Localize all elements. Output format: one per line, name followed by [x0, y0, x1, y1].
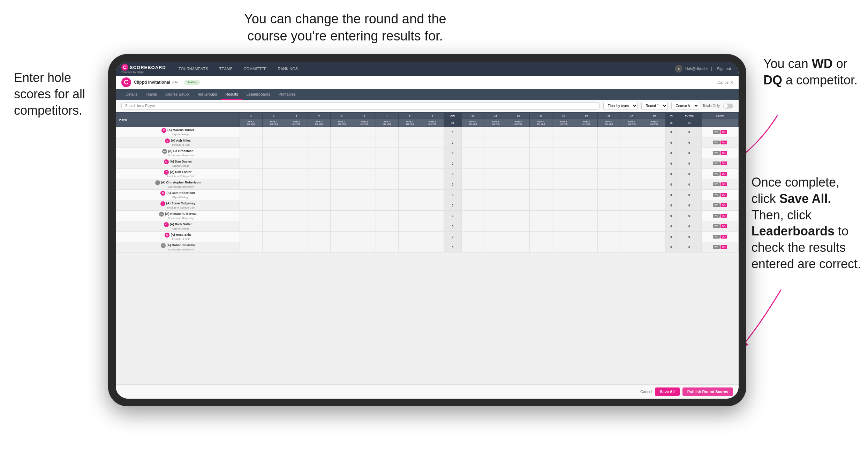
- score-cell-4[interactable]: [308, 158, 330, 169]
- score-cell-7[interactable]: [376, 169, 398, 179]
- score-cell-17[interactable]: [620, 200, 643, 211]
- wd-button[interactable]: WD: [713, 235, 720, 239]
- score-cell-3[interactable]: [285, 169, 308, 179]
- score-cell-12[interactable]: [507, 137, 530, 148]
- score-cell-4[interactable]: [308, 148, 330, 158]
- score-cell-2[interactable]: [262, 137, 285, 148]
- score-cell-1[interactable]: [240, 179, 262, 190]
- score-cell-12[interactable]: [507, 242, 530, 253]
- score-cell-14[interactable]: [552, 221, 575, 232]
- score-cell-4[interactable]: [308, 200, 330, 211]
- score-cell-11[interactable]: [484, 158, 507, 169]
- score-cell-16[interactable]: [598, 242, 620, 253]
- score-cell-3[interactable]: [285, 211, 308, 221]
- wd-button[interactable]: WD: [713, 224, 720, 228]
- score-cell-2[interactable]: [262, 190, 285, 200]
- score-cell-5[interactable]: [330, 148, 353, 158]
- score-cell-15[interactable]: [575, 127, 598, 137]
- score-cell-15[interactable]: [575, 169, 598, 179]
- score-cell-8[interactable]: [398, 148, 421, 158]
- score-cell-16[interactable]: [598, 137, 620, 148]
- score-cell-8[interactable]: [398, 232, 421, 242]
- score-cell-5[interactable]: [330, 232, 353, 242]
- tab-course-setup[interactable]: Course Setup: [161, 89, 193, 100]
- score-cell-16[interactable]: [598, 211, 620, 221]
- save-all-button[interactable]: Save All: [655, 387, 679, 396]
- score-cell-11[interactable]: [484, 179, 507, 190]
- score-cell-4[interactable]: [308, 127, 330, 137]
- score-cell-16[interactable]: [598, 221, 620, 232]
- score-cell-10[interactable]: [462, 232, 484, 242]
- score-cell-18[interactable]: [643, 242, 666, 253]
- score-cell-3[interactable]: [285, 242, 308, 253]
- score-cell-16[interactable]: [598, 158, 620, 169]
- score-cell-13[interactable]: [530, 190, 552, 200]
- dq-button[interactable]: DQ: [720, 182, 727, 186]
- dq-button[interactable]: DQ: [720, 245, 727, 249]
- cancel-scores-button[interactable]: Cancel: [640, 390, 652, 394]
- score-cell-4[interactable]: [308, 211, 330, 221]
- sign-out-link[interactable]: Sign out: [715, 65, 733, 72]
- score-cell-18[interactable]: [643, 211, 666, 221]
- score-cell-5[interactable]: [330, 127, 353, 137]
- score-cell-15[interactable]: [575, 211, 598, 221]
- dq-button[interactable]: DQ: [720, 151, 727, 155]
- score-cell-5[interactable]: [330, 200, 353, 211]
- score-cell-4[interactable]: [308, 169, 330, 179]
- score-cell-5[interactable]: [330, 242, 353, 253]
- score-cell-10[interactable]: [462, 242, 484, 253]
- wd-button[interactable]: WD: [713, 182, 720, 186]
- score-cell-4[interactable]: [308, 232, 330, 242]
- dq-button[interactable]: DQ: [720, 172, 727, 176]
- score-cell-9[interactable]: [421, 127, 444, 137]
- score-cell-13[interactable]: [530, 148, 552, 158]
- score-cell-8[interactable]: [398, 137, 421, 148]
- dq-button[interactable]: DQ: [720, 130, 727, 134]
- score-cell-17[interactable]: [620, 137, 643, 148]
- score-cell-12[interactable]: [507, 179, 530, 190]
- score-cell-6[interactable]: [353, 232, 376, 242]
- score-cell-2[interactable]: [262, 179, 285, 190]
- score-cell-12[interactable]: [507, 221, 530, 232]
- score-cell-1[interactable]: [240, 148, 262, 158]
- score-cell-10[interactable]: [462, 148, 484, 158]
- score-cell-7[interactable]: [376, 158, 398, 169]
- dq-button[interactable]: DQ: [720, 161, 727, 165]
- score-cell-14[interactable]: [552, 232, 575, 242]
- dq-button[interactable]: DQ: [720, 141, 727, 144]
- score-cell-12[interactable]: [507, 158, 530, 169]
- score-cell-2[interactable]: [262, 127, 285, 137]
- dq-button[interactable]: DQ: [720, 235, 727, 239]
- search-input[interactable]: [121, 102, 600, 110]
- score-cell-18[interactable]: [643, 137, 666, 148]
- score-cell-16[interactable]: [598, 232, 620, 242]
- score-cell-3[interactable]: [285, 137, 308, 148]
- score-cell-11[interactable]: [484, 221, 507, 232]
- score-cell-6[interactable]: [353, 179, 376, 190]
- score-cell-16[interactable]: [598, 179, 620, 190]
- score-cell-1[interactable]: [240, 127, 262, 137]
- score-cell-17[interactable]: [620, 211, 643, 221]
- score-cell-15[interactable]: [575, 190, 598, 200]
- score-cell-8[interactable]: [398, 127, 421, 137]
- score-cell-13[interactable]: [530, 200, 552, 211]
- score-cell-7[interactable]: [376, 221, 398, 232]
- score-table-wrap[interactable]: Player 1 2 3 4 5 6 7 8 9 OUT 10 11 12: [116, 112, 739, 384]
- score-cell-7[interactable]: [376, 127, 398, 137]
- score-cell-8[interactable]: [398, 242, 421, 253]
- score-cell-5[interactable]: [330, 221, 353, 232]
- score-cell-14[interactable]: [552, 148, 575, 158]
- course-select[interactable]: Course A: [671, 102, 699, 110]
- score-cell-12[interactable]: [507, 200, 530, 211]
- score-cell-15[interactable]: [575, 242, 598, 253]
- score-cell-6[interactable]: [353, 127, 376, 137]
- round-select[interactable]: Round 1: [641, 102, 668, 110]
- score-cell-5[interactable]: [330, 211, 353, 221]
- score-cell-13[interactable]: [530, 211, 552, 221]
- score-cell-13[interactable]: [530, 127, 552, 137]
- score-cell-4[interactable]: [308, 137, 330, 148]
- score-cell-11[interactable]: [484, 211, 507, 221]
- score-cell-13[interactable]: [530, 242, 552, 253]
- score-cell-3[interactable]: [285, 127, 308, 137]
- score-cell-9[interactable]: [421, 137, 444, 148]
